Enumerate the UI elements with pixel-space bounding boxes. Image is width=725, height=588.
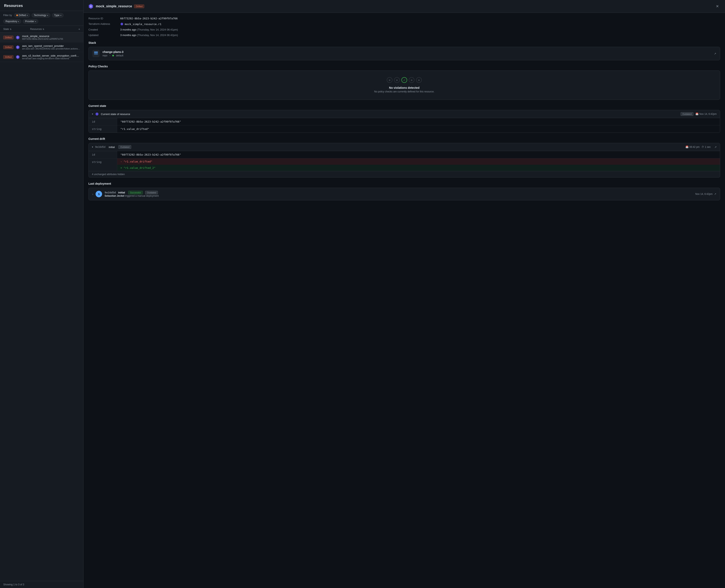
- stack-external-link-icon[interactable]: ↗: [714, 52, 716, 55]
- filter-chip-drifted-label: Drifted: [19, 14, 26, 17]
- filter-chip-repository[interactable]: Repository ▾: [3, 19, 21, 24]
- table-row: id "66f73292-8b5a-2623-b242-a2f99f97a766…: [89, 118, 720, 125]
- table-header: State ⇅ Resources ⇅ +: [0, 26, 83, 33]
- table-row: string "r1.value_drifted": [89, 125, 720, 132]
- terraform-provider-icon: T: [16, 55, 20, 59]
- deployment-external-link-icon[interactable]: ↗: [714, 193, 716, 195]
- stack-info: change-plans-3 repo • default: [102, 50, 711, 57]
- stack-name: change-plans-3: [102, 50, 711, 54]
- deploy-commit-hash: 9e16d5d: [104, 191, 116, 194]
- drift-table: id "66f73292-8b5a-2623-b242-a2f99f97a766…: [88, 151, 720, 171]
- current-state-of-resource-label: Current state of resource: [101, 112, 679, 115]
- list-item[interactable]: Drifted T mock_simple_resource 66f73292-…: [0, 33, 83, 42]
- list-item[interactable]: Drifted T aws_iam_openid_connect_provide…: [0, 42, 83, 52]
- filter-chip-technology[interactable]: Technology ▾: [32, 13, 50, 18]
- status-badge: Drifted: [3, 45, 14, 49]
- drift-external-link-icon[interactable]: ↗: [714, 146, 717, 149]
- deployment-description: Sebastian Jeckel triggered a manual depl…: [104, 194, 693, 197]
- filter-chip-provider[interactable]: Provider ▾: [23, 19, 38, 24]
- updated-value: 3 months ago (Thursday, Nov 14, 2024 06:…: [120, 34, 720, 37]
- stack-icon: [92, 50, 100, 57]
- resource-id-label: Resource ID: [88, 17, 117, 20]
- stack-card: change-plans-3 repo • default ↗: [88, 47, 720, 60]
- filter-chip-type-label: Type: [54, 14, 60, 17]
- resource-info: mock_simple_resource 66f73292-8b5a-2623-…: [22, 35, 80, 40]
- resource-provider-icon: T: [88, 3, 94, 9]
- policy-card: ○ ○ ✓ ○ ○ No violations detected No poli…: [88, 70, 720, 100]
- resource-list: Drifted T mock_simple_resource 66f73292-…: [0, 33, 83, 581]
- drift-outdated-badge: Outdated: [118, 145, 131, 149]
- filter-bar: Filter by Drifted ▾ Technology ▾ Type ▾ …: [0, 11, 83, 26]
- add-resource-button[interactable]: +: [78, 27, 80, 31]
- policy-icon-3-active: ✓: [401, 77, 407, 83]
- drift-id-value: "66f73292-8b5a-2623-b242-a2f99f97a766": [117, 151, 720, 158]
- resource-info: aws_iam_openid_connect_provider arn:aws:…: [22, 44, 80, 50]
- terraform-provider-icon: T: [16, 45, 20, 49]
- last-deployment-section-title: Last deployment: [88, 182, 720, 185]
- detail-status-badge: Drifted: [134, 4, 144, 8]
- resource-id: terramate-aws-staging-terraform-state-ba…: [22, 57, 80, 60]
- state-sort-icon: ⇅: [10, 28, 12, 30]
- policy-icon-2: ○: [394, 77, 400, 83]
- filter-chip-type[interactable]: Type ▾: [52, 13, 64, 18]
- filter-chip-provider-label: Provider: [25, 20, 34, 23]
- current-drift-section-title: Current drift: [88, 137, 720, 141]
- diff-removed-line: - "r1.value_drifted": [117, 159, 720, 165]
- current-state-timestamp: 📅 Nov 14, 6:42pm: [696, 112, 717, 115]
- terraform-small-icon: [120, 22, 123, 26]
- chevron-down-icon: ▾: [27, 14, 28, 17]
- resource-id-value: 66f73292-8b5a-2623-b242-a2f99f97a766: [120, 17, 720, 20]
- policy-subtitle: No policy checks are currently defined f…: [374, 90, 434, 93]
- resources-sort-icon: ⇅: [43, 28, 44, 30]
- calendar-icon: 📅: [696, 112, 699, 115]
- stack-repo: repo: [102, 54, 107, 57]
- table-row: string - "r1.value_drifted" + "r1.value_…: [89, 159, 720, 171]
- meta-grid: Resource ID 66f73292-8b5a-2623-b242-a2f9…: [88, 17, 720, 37]
- terraform-address-label: Terraform Address: [88, 22, 117, 26]
- current-state-header[interactable]: ▾ Current state of resource Outdated 📅 N…: [88, 110, 720, 118]
- deployment-right: Nov 14, 6:42pm ↗: [695, 193, 716, 195]
- updated-label: Updated: [88, 34, 117, 37]
- policy-section-title: Policy Checks: [88, 65, 720, 68]
- calendar-icon: 📅: [685, 146, 688, 148]
- close-button[interactable]: ✕: [714, 3, 721, 9]
- deploy-success-badge: Successful: [128, 191, 143, 194]
- resource-name: mock_simple_resource: [22, 35, 80, 38]
- current-state-badge: Outdated: [681, 112, 693, 116]
- chevron-down-icon: ▾: [35, 20, 36, 23]
- current-state-section-title: Current state: [88, 104, 720, 107]
- policy-section: Policy Checks ○ ○ ✓ ○ ○ No violations de…: [88, 65, 720, 100]
- state-id-label: id: [89, 118, 117, 125]
- right-panel: T mock_simple_resource Drifted ✕ Resourc…: [83, 0, 725, 588]
- resource-id: arn:aws:iam::381492264542:oidc-provider/…: [22, 47, 80, 50]
- resource-name: aws_iam_openid_connect_provider: [22, 44, 80, 47]
- deployment-card: › S 9e16d5d initial Successful Outdated: [88, 188, 720, 200]
- resource-id: 66f73292-8b5a-2623-b242-a2f99f97a766: [22, 38, 80, 40]
- deploy-commit-label: initial: [118, 191, 125, 194]
- list-item[interactable]: Drifted T aws_s3_bucket_server_side_encr…: [0, 52, 83, 62]
- policy-icons: ○ ○ ✓ ○ ○: [387, 77, 422, 83]
- page-title: Resources: [4, 4, 79, 8]
- current-drift-section: Current drift ▾ 9e16d5d initial Outdated…: [88, 137, 720, 177]
- policy-icon-5: ○: [416, 77, 422, 83]
- created-value: 3 months ago (Thursday, Nov 14, 2024 06:…: [120, 28, 720, 31]
- col-state-header[interactable]: State ⇅: [3, 28, 20, 30]
- diff-added-line: + "r1.value_drifted_2": [117, 165, 720, 171]
- current-state-section: Current state ▾ Current state of resourc…: [88, 104, 720, 133]
- state-provider-icon: [95, 112, 99, 116]
- deployment-chevron-icon[interactable]: ›: [92, 193, 93, 196]
- drift-header[interactable]: ▾ 9e16d5d initial Outdated 📅 06:42 pm ⏱ …: [88, 143, 720, 151]
- svg-marker-16: [96, 112, 98, 115]
- state-id-value: "66f73292-8b5a-2623-b242-a2f99f97a766": [117, 118, 720, 125]
- filter-chip-drifted[interactable]: Drifted ▾: [14, 13, 30, 18]
- modal-title: T mock_simple_resource Drifted: [88, 3, 714, 9]
- chevron-down-icon: ▾: [47, 14, 48, 17]
- deploy-user: Sebastian Jeckel: [104, 194, 124, 197]
- resource-name: aws_s3_bucket_server_side_encryption_con…: [22, 54, 80, 57]
- drift-id-label: id: [89, 151, 117, 158]
- col-resources-header[interactable]: Resources ⇅ +: [30, 27, 80, 31]
- pagination-text: Showing 1 to 3 of 3: [3, 583, 24, 586]
- stack-section: Stack change-plans-3 repo •: [88, 41, 720, 60]
- state-string-value: "r1.value_drifted": [117, 125, 720, 132]
- detail-title: mock_simple_resource: [96, 4, 132, 8]
